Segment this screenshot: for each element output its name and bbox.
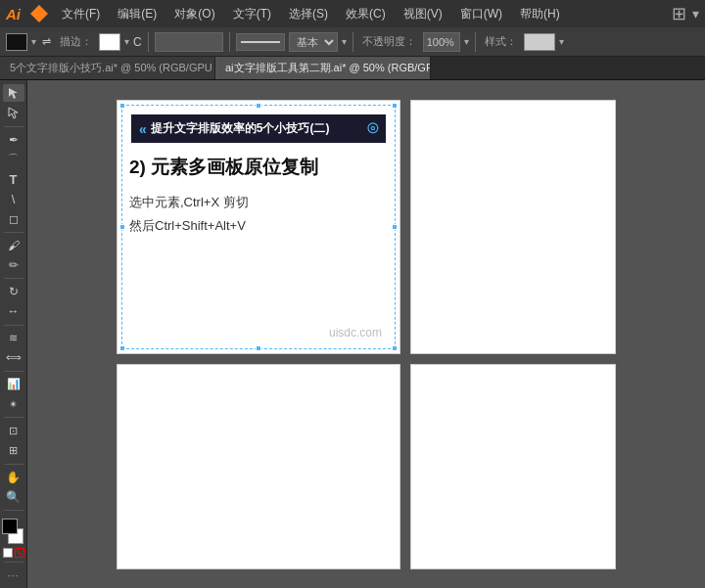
tab1-label: 5个文字排版小技巧.ai* @ 50% (RGB/GPU 预览) [10,61,215,75]
width-tool[interactable]: ⟺ [3,349,24,367]
pen-tool[interactable]: ✒ [3,130,24,148]
handle-tl [119,103,125,109]
mirror-tool[interactable]: ↔ [3,302,24,320]
tool-sep-8 [4,510,24,511]
warp-tool[interactable]: ≋ [3,329,24,346]
handle-tm [256,103,261,109]
separator-2 [229,32,230,52]
separator-3 [352,32,353,52]
workspace-dropdown-icon[interactable]: ▾ [692,6,699,22]
tool-sep-5 [4,371,24,372]
swap-colors-icon[interactable]: ⇌ [42,35,51,48]
menu-file[interactable]: 文件(F) [56,4,106,24]
tab-bar: 5个文字排版小技巧.ai* @ 50% (RGB/GPU 预览) ✕ ai文字排… [0,57,705,80]
artboard-tool[interactable]: ⊡ [3,422,24,439]
artboard-3 [117,364,400,569]
tool-sep-2 [4,232,24,233]
artboard-content: 2) 元素多画板原位复制 选中元素,Ctrl+X 剪切 然后Ctrl+Shift… [118,143,400,252]
step1-text: 选中元素,Ctrl+X 剪切 [129,194,388,211]
style-swatch[interactable] [524,33,555,51]
menu-select[interactable]: 选择(S) [283,4,334,24]
curvature-tool[interactable]: ⌒ [3,151,24,168]
ai-icon-diamond [30,5,48,23]
watermark: uisdc.com [329,326,382,339]
line-style-preview[interactable] [236,33,285,51]
menu-object[interactable]: 对象(O) [168,4,220,24]
tab-file2[interactable]: ai文字排版工具第二期.ai* @ 50% (RGB/GPU 规范) ✕ [215,57,431,79]
menu-view[interactable]: 视图(V) [398,4,448,24]
line-tool[interactable]: \ [3,190,24,207]
workspace-icon[interactable]: ⊞ [672,3,686,24]
banner-text: 提升文字排版效率的5个小技巧(二) [151,120,330,137]
control-toolbar: ▾ ⇌ 描边： ▾ C 基本 ▾ 不透明度： ▾ 样式： ▾ [0,27,705,57]
opacity-input[interactable] [423,32,460,52]
menu-effect[interactable]: 效果(C) [340,4,392,24]
paintbrush-tool[interactable]: 🖌 [3,237,24,254]
stroke-dropdown-icon[interactable]: ▾ [124,36,129,47]
rotate-tool[interactable]: ↻ [3,283,24,300]
style-label: 样式： [482,34,520,49]
type-tool[interactable]: T [3,170,24,188]
line-dropdown-icon[interactable]: ▾ [342,36,347,47]
menu-text[interactable]: 文字(T) [227,4,277,24]
none-color[interactable] [3,548,13,558]
step2-text: 然后Ctrl+Shift+Alt+V [129,217,388,235]
style-dropdown-icon[interactable]: ▾ [559,36,564,47]
handle-tr [392,103,398,109]
symbol-tool[interactable]: ✴ [3,395,24,413]
title-banner: « 提升文字排版效率的5个小技巧(二) ⦾ [131,114,386,143]
tool-sep-9 [4,562,24,563]
banner-icon-right: ⦾ [367,120,378,137]
menu-help[interactable]: 帮助(H) [514,4,566,24]
color-swatches [2,519,25,558]
artboard-2 [410,100,616,354]
more-tools[interactable]: ··· [3,566,24,584]
line-style-select[interactable]: 基本 [289,32,338,52]
tool-sep-3 [4,278,24,279]
hand-tool[interactable]: ✋ [3,469,24,486]
artboard-1: « 提升文字排版效率的5个小技巧(二) ⦾ 2) 元素多画板原位复制 选中元素,… [117,100,400,354]
pencil-tool[interactable]: ✏ [3,256,24,274]
stroke-width-input[interactable] [155,32,223,52]
tool-sep-6 [4,417,24,418]
tab2-label: ai文字排版工具第二期.ai* @ 50% (RGB/GPU 规范) [225,61,431,75]
handle-bl [119,345,125,351]
handle-br [392,345,398,351]
tab-file1[interactable]: 5个文字排版小技巧.ai* @ 50% (RGB/GPU 预览) ✕ [0,57,215,79]
fill-dropdown-icon[interactable]: ▾ [31,36,36,47]
opacity-label: 不透明度： [359,34,419,49]
zoom-tool[interactable]: 🔍 [3,488,24,506]
handle-bm [256,345,261,351]
direct-select-tool[interactable] [3,104,24,121]
slice-tool[interactable]: ⊞ [3,441,24,459]
stroke-value: C [133,35,142,49]
title-bar: Ai 文件(F) 编辑(E) 对象(O) 文字(T) 选择(S) 效果(C) 视… [0,0,705,27]
separator-1 [148,32,149,52]
stroke-swatch[interactable] [99,33,120,51]
opacity-dropdown-icon[interactable]: ▾ [464,36,469,47]
no-color[interactable] [15,548,24,558]
toolbox: ✒ ⌒ T \ ◻ 🖌 ✏ ↻ ↔ ≋ ⟺ 📊 ✴ ⊡ ⊞ ✋ 🔍 [0,80,27,588]
main-layout: ✒ ⌒ T \ ◻ 🖌 ✏ ↻ ↔ ≋ ⟺ 📊 ✴ ⊡ ⊞ ✋ 🔍 [0,80,705,588]
foreground-color[interactable] [2,519,18,534]
separator-4 [475,32,476,52]
menu-window[interactable]: 窗口(W) [454,4,508,24]
fill-swatch[interactable] [6,33,27,51]
ai-logo: Ai [6,6,21,23]
column-graph-tool[interactable]: 📊 [3,376,24,393]
stroke-label: 描边： [57,34,95,49]
main-title: 2) 元素多画板原位复制 [129,155,388,180]
tool-sep-4 [4,325,24,326]
artboard-grid: « 提升文字排版效率的5个小技巧(二) ⦾ 2) 元素多画板原位复制 选中元素,… [117,100,616,569]
select-tool[interactable] [3,84,24,102]
canvas-area[interactable]: « 提升文字排版效率的5个小技巧(二) ⦾ 2) 元素多画板原位复制 选中元素,… [27,80,705,588]
artboard-4 [410,364,616,569]
tool-sep-1 [4,126,24,127]
banner-icon-left: « [139,121,147,137]
rectangle-tool[interactable]: ◻ [3,210,24,228]
menu-edit[interactable]: 编辑(E) [112,4,163,24]
tool-sep-7 [4,464,24,465]
